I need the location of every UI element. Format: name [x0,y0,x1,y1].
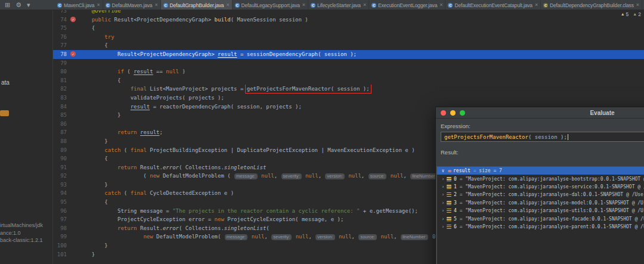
code-text[interactable]: public Result<ProjectDependencyGraph> bu… [79,15,644,24]
code-line-77[interactable]: 77 { [53,41,644,50]
result-item-4[interactable]: ›4 = "MavenProject: com.alipay:jaranalys… [437,207,644,215]
gutter-icon-area[interactable] [69,207,79,216]
tab-close-icon[interactable]: × [439,2,442,8]
line-number[interactable]: 87 [53,128,69,137]
line-number[interactable]: 93 [53,181,69,190]
line-number[interactable]: 98 [53,224,69,233]
gutter-icon-area[interactable] [69,103,79,111]
breakpoint-icon[interactable]: ✓ [70,51,76,57]
gutter-icon-area[interactable] [69,85,79,94]
code-line-81[interactable]: 81 { [53,76,644,85]
gutter-icon-area[interactable] [69,172,79,181]
settings-gear-icon[interactable]: ⚙ [16,0,21,10]
gutter-icon-area[interactable] [69,111,79,120]
tab-defaultlegacysupport-java[interactable]: CDefaultLegacySupport.java× [233,0,308,10]
code-line-75[interactable]: 75 { [53,24,644,33]
code-text[interactable]: { [79,76,644,85]
line-number[interactable]: 100 [53,241,69,250]
tab-lifecyclestarter-java[interactable]: CLifecycleStarter.java× [308,0,369,10]
result-item-6[interactable]: ›6 = "MavenProject: com.alipay:jaranalys… [437,223,644,231]
gutter-icon-area[interactable] [69,137,79,146]
tab-defaultexecutioneventcatapult-java[interactable]: CDefaultExecutionEventCatapult.java× [445,0,541,10]
line-number[interactable]: 99 [53,232,69,241]
line-number[interactable]: 90 [53,154,69,163]
gutter-icon-area[interactable] [69,67,79,76]
gutter-icon-area[interactable] [69,24,79,33]
code-text[interactable]: try [79,33,644,42]
line-number[interactable]: 101 [53,250,69,259]
line-number[interactable]: 78 [53,50,69,59]
dropdown-caret-icon[interactable]: ▾ [27,0,30,10]
tab-close-icon[interactable]: × [535,2,538,8]
result-item-0[interactable]: ›0 = "MavenProject: com.alipay:jaranalys… [437,175,644,182]
chevron-right-icon[interactable]: › [440,176,446,182]
line-number[interactable]: 86 [53,120,69,129]
result-item-5[interactable]: ›5 = "MavenProject: com.alipay:jaranalys… [437,215,644,222]
tab-defaultdependencygraphbuilder-class[interactable]: CDefaultDependencyGraphBuilder.class× [541,0,642,10]
line-number[interactable]: 76 [53,33,69,42]
line-number[interactable]: 81 [53,76,69,85]
expression-input[interactable]: getProjectsForMavenReactor( session ); [441,132,644,142]
code-line-74[interactable]: 74✓ public Result<ProjectDependencyGraph… [53,15,644,24]
chevron-down-icon[interactable]: ∨ [440,168,446,173]
gutter-icon-area[interactable] [69,181,79,190]
tab-defaultgraphbuilder-java[interactable]: CDefaultGraphBuilder.java× [161,0,233,10]
line-number[interactable]: 88 [53,137,69,146]
gutter-icon-area[interactable] [69,33,79,42]
inspections-widget[interactable]: ▲ 5 ▲ 2 [621,11,641,17]
line-number[interactable]: 91 [53,163,69,172]
code-text[interactable]: final List<MavenProject> projects = getP… [79,85,644,94]
chevron-right-icon[interactable]: › [440,184,446,190]
line-number[interactable]: 82 [53,85,69,94]
line-number[interactable]: 95 [53,198,69,207]
code-line-78[interactable]: 78✓ Result<ProjectDependencyGraph> resul… [53,50,644,59]
gutter-icon-area[interactable] [69,198,79,207]
code-text[interactable] [79,59,644,68]
line-number[interactable]: 79 [53,59,69,68]
code-text[interactable]: Result<ProjectDependencyGraph> result = … [79,50,644,59]
close-button[interactable] [441,110,446,116]
line-number[interactable]: 74 [53,15,69,24]
result-item-1[interactable]: ›1 = "MavenProject: com.alipay:jaranalys… [437,183,644,191]
result-item-3[interactable]: ›3 = "MavenProject: com.alipay:jaranalys… [437,199,644,207]
chevron-right-icon[interactable]: › [440,216,446,222]
gutter-icon-area[interactable] [69,215,79,224]
gutter-icon-area[interactable] [69,241,79,250]
tab-close-icon[interactable]: × [302,2,305,8]
line-number[interactable]: 94 [53,189,69,198]
tab-close-icon[interactable]: × [154,2,157,8]
line-number[interactable]: 73 [53,10,69,15]
tab-executioneventlogger-java[interactable]: CExecutionEventLogger.java× [369,0,445,10]
dialog-title-bar[interactable]: Evaluate [436,107,644,119]
gutter-icon-area[interactable] [69,224,79,233]
tab-close-icon[interactable]: × [97,2,100,8]
evaluate-dialog[interactable]: Evaluate Expression: getProjectsForMaven… [435,107,644,264]
breakpoint-icon[interactable]: ✓ [70,17,76,22]
line-number[interactable]: 83 [53,94,69,103]
gutter-icon-area[interactable] [69,232,79,241]
gutter-icon-area[interactable] [69,94,79,103]
gutter-icon-area[interactable] [69,59,79,68]
line-number[interactable]: 80 [53,67,69,76]
warnings-indicator[interactable]: ▲ 5 [621,11,629,17]
code-line-83[interactable]: 83 validateProjects( projects ); [53,94,644,103]
line-number[interactable]: 96 [53,207,69,216]
gutter-icon-area[interactable] [69,146,79,155]
gutter-icon-area[interactable] [69,41,79,50]
gutter-icon-area[interactable]: ✓ [69,50,79,59]
code-text[interactable]: if ( result == null ) [79,67,644,76]
line-number[interactable]: 97 [53,215,69,224]
tab-close-icon[interactable]: × [363,2,366,8]
chevron-right-icon[interactable]: › [440,208,446,213]
code-line-82[interactable]: 82 final List<MavenProject> projects = g… [53,85,644,94]
code-text[interactable]: validateProjects( projects ); [79,94,644,103]
tab-defaultmaven-java[interactable]: CDefaultMaven.java× [103,0,161,10]
code-text[interactable]: { [79,24,644,33]
line-number[interactable]: 89 [53,146,69,155]
tab-close-icon[interactable]: × [226,2,229,8]
tab-close-icon[interactable]: × [636,2,639,8]
chevron-right-icon[interactable]: › [440,224,446,229]
tab-mavencli-java[interactable]: CMavenCli.java× [55,0,103,10]
line-number[interactable]: 75 [53,24,69,33]
gutter-icon-area[interactable] [69,163,79,172]
